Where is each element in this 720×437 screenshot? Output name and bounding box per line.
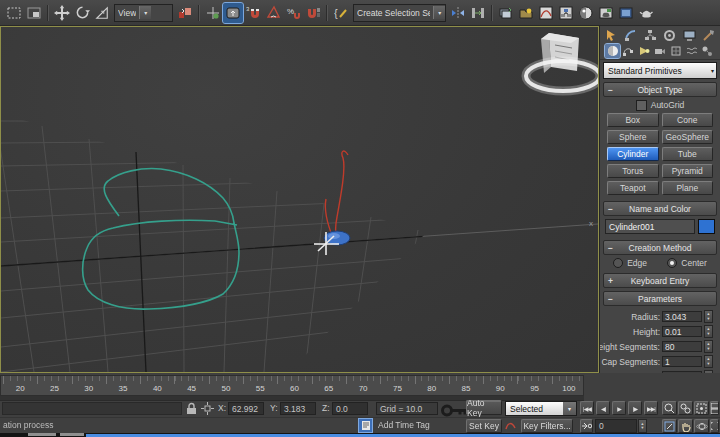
zoom-region-icon[interactable] [662, 419, 677, 433]
snaps-toggle-3d-icon[interactable]: 3 [243, 3, 263, 23]
collapse-icon[interactable]: − [608, 292, 613, 305]
default-in-out-tangents-icon[interactable] [505, 420, 517, 431]
window-crossing-icon[interactable] [24, 3, 44, 23]
select-and-scale-icon[interactable] [92, 3, 112, 23]
mirror-icon[interactable] [448, 3, 468, 23]
edge-radio[interactable]: Edge [613, 258, 647, 268]
maximize-viewport-icon[interactable] [710, 419, 719, 433]
collapse-icon[interactable]: − [608, 83, 613, 96]
frame-spinner[interactable]: ▴▾ [638, 419, 647, 433]
plane-button[interactable]: Plane [662, 181, 714, 195]
category-space-warps[interactable] [684, 44, 699, 58]
edit-named-selection-sets-icon[interactable]: { [331, 3, 351, 23]
pending-spline[interactable] [336, 151, 349, 238]
category-geometry[interactable] [605, 44, 620, 58]
set-key-button[interactable]: Set Key [466, 419, 502, 433]
chevron-down-icon[interactable]: ▾ [433, 6, 445, 19]
cylinder-object[interactable] [324, 231, 350, 245]
curve-editor-icon[interactable] [536, 3, 556, 23]
next-frame-button[interactable]: |▶ [628, 401, 642, 415]
render-setup-icon[interactable] [596, 3, 616, 23]
primitive-category-dropdown[interactable]: Standard Primitives ▾ [603, 62, 717, 79]
go-to-end-button[interactable]: ▶▶| [644, 401, 658, 415]
schematic-view-icon[interactable] [556, 3, 576, 23]
rendered-frame-window-icon[interactable] [616, 3, 636, 23]
cone-button[interactable]: Cone [662, 113, 714, 127]
center-radio[interactable]: Center [667, 258, 707, 268]
height-field[interactable]: 0.01 [662, 326, 702, 337]
select-and-rotate-icon[interactable] [72, 3, 92, 23]
tab-hierarchy[interactable] [644, 29, 657, 42]
chevron-down-icon[interactable]: ▾ [139, 6, 151, 19]
rectangular-selection-region-icon[interactable] [4, 3, 24, 23]
cap-segments-spinner[interactable]: ▴▾ [704, 355, 713, 368]
x-coord-field[interactable]: 62.992 [228, 402, 264, 415]
height-segments-field[interactable]: 80 [662, 341, 702, 352]
go-to-start-button[interactable]: |◀◀ [580, 401, 594, 415]
spline-shape[interactable] [83, 169, 239, 310]
zoom-extents-all-icon[interactable] [710, 401, 719, 415]
category-shapes[interactable] [621, 44, 636, 58]
key-mode-toggle-icon[interactable] [580, 419, 593, 433]
category-lights[interactable] [637, 44, 652, 58]
perspective-viewport[interactable]: x [0, 26, 599, 373]
layer-manager-icon[interactable] [496, 3, 516, 23]
select-and-manipulate-icon[interactable] [203, 3, 223, 23]
category-systems[interactable] [700, 44, 715, 58]
pan-hand-icon[interactable] [678, 419, 693, 433]
geosphere-button[interactable]: GeoSphere [662, 130, 714, 144]
name-color-header[interactable]: − Name and Color [603, 201, 717, 216]
object-name-field[interactable]: Cylinder001 [605, 219, 695, 234]
box-with-ring-object[interactable] [526, 33, 598, 91]
category-cameras[interactable] [652, 44, 667, 58]
object-color-swatch[interactable] [698, 219, 715, 234]
teapot-button[interactable]: Teapot [607, 181, 659, 195]
pyramid-button[interactable]: Pyramid [662, 164, 714, 178]
graphite-tools-icon[interactable] [516, 3, 536, 23]
previous-frame-button[interactable]: ◀| [596, 401, 610, 415]
material-editor-icon[interactable] [576, 3, 596, 23]
current-frame-field[interactable]: 0 [595, 419, 637, 433]
play-button[interactable]: ▶ [612, 401, 626, 415]
reference-coordinate-system-dropdown[interactable]: View ▾ [114, 4, 173, 22]
set-key-mode-icon[interactable] [441, 403, 468, 418]
torus-button[interactable]: Torus [607, 164, 659, 178]
radius-spinner[interactable]: ▴▾ [704, 310, 713, 323]
tab-utilities[interactable] [702, 29, 715, 42]
tab-modify[interactable] [624, 29, 637, 42]
orbit-icon[interactable] [694, 419, 709, 433]
radio-dot-selected[interactable] [667, 258, 677, 268]
zoom-extents-icon[interactable] [694, 401, 709, 415]
named-selection-set-dropdown[interactable]: Create Selection Se ▾ [353, 4, 446, 22]
key-filters-button[interactable]: Key Filters... [521, 419, 573, 433]
select-and-move-icon[interactable] [52, 3, 72, 23]
z-coord-field[interactable]: 0.0 [332, 402, 368, 415]
keyboard-entry-header[interactable]: + Keyboard Entry [603, 273, 717, 288]
radio-dot[interactable] [613, 258, 623, 268]
absolute-mode-icon[interactable] [201, 402, 214, 415]
radius-field[interactable]: 3.043 [662, 311, 702, 322]
zoom-all-icon[interactable] [678, 401, 693, 415]
y-coord-field[interactable]: 3.183 [280, 402, 316, 415]
autogrid-checkbox[interactable] [636, 100, 647, 111]
box-button[interactable]: Box [607, 113, 659, 127]
keyboard-shortcut-override-icon[interactable] [223, 3, 243, 23]
selection-filter-dropdown[interactable]: Selected ▾ [505, 401, 577, 416]
add-time-tag-label[interactable]: Add Time Tag [378, 419, 430, 432]
tube-button[interactable]: Tube [662, 147, 714, 161]
use-pivot-point-center-icon[interactable] [175, 3, 195, 23]
zoom-icon[interactable] [662, 401, 677, 415]
object-type-header[interactable]: − Object Type [603, 82, 717, 97]
tab-motion[interactable] [663, 29, 676, 42]
cylinder-button[interactable]: Cylinder [607, 147, 659, 161]
tab-create[interactable] [605, 29, 618, 42]
align-icon[interactable] [468, 3, 488, 23]
height-segments-spinner[interactable]: ▴▾ [704, 340, 713, 353]
selection-lock-icon[interactable] [186, 402, 197, 415]
collapse-icon[interactable]: − [608, 202, 613, 215]
mini-track-area[interactable] [2, 402, 182, 415]
creation-method-header[interactable]: − Creation Method [603, 240, 717, 255]
timeline-ruler[interactable]: 2025 3035 4045 5055 6065 7075 8085 9095 … [0, 375, 584, 396]
expand-icon[interactable]: + [608, 274, 613, 287]
collapse-icon[interactable]: − [608, 241, 613, 254]
